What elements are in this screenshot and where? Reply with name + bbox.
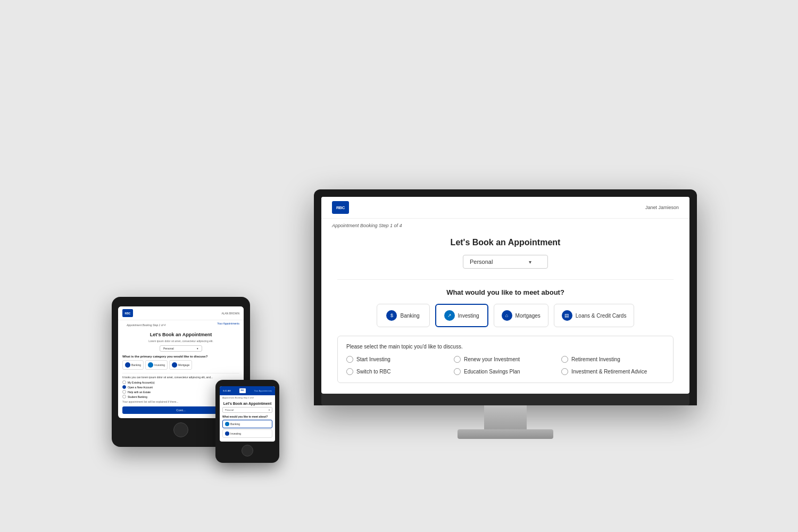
tablet-category-row: Banking Investing Mortgage bbox=[122, 360, 239, 370]
subtopic-instruction: Please select the main topic you'd like … bbox=[346, 344, 664, 350]
tablet-mortgage-icon bbox=[172, 362, 177, 368]
subtopic-renew-investment[interactable]: Renew your Investment bbox=[454, 356, 557, 363]
tablet-investing-icon bbox=[148, 362, 153, 368]
monitor-stand-neck bbox=[484, 405, 527, 429]
phone-banking-icon bbox=[225, 422, 229, 426]
radio-switch-rbc[interactable] bbox=[346, 368, 353, 375]
phone-investing-icon bbox=[225, 431, 229, 436]
tablet-category-investing[interactable]: Investing bbox=[145, 360, 168, 370]
tablet-section-question: What is the primary category you would l… bbox=[122, 355, 239, 358]
phone-header: 9:41 AM RBC Your Appointments bbox=[220, 386, 275, 395]
tablet-appointments-link[interactable]: Your Appointments bbox=[217, 322, 239, 328]
dropdown-arrow-icon: ▾ bbox=[529, 259, 531, 265]
banking-icon: $ bbox=[386, 310, 397, 321]
tablet-nav-bar: Appointment Booking Step 1 of 4 Your App… bbox=[118, 320, 244, 330]
phone-frame: 9:41 AM RBC Your Appointments Appointmen… bbox=[215, 380, 279, 463]
loans-icon: ▤ bbox=[562, 310, 572, 321]
phone: 9:41 AM RBC Your Appointments Appointmen… bbox=[215, 380, 279, 463]
subtopic-switch-rbc[interactable]: Switch to RBC bbox=[346, 368, 450, 375]
tablet-home-button[interactable] bbox=[173, 422, 188, 437]
dropdown-container: Personal ▾ bbox=[337, 255, 674, 269]
phone-breadcrumb: Appointment Booking Step 1 of 4 bbox=[220, 395, 275, 400]
phone-dropdown[interactable]: Personal ▾ bbox=[222, 407, 272, 413]
phone-status-bar: 9:41 AM bbox=[223, 389, 231, 392]
tablet-radio-new-account[interactable] bbox=[122, 385, 126, 389]
desktop-page-title: Let's Book an Appointment bbox=[337, 238, 674, 247]
tablet-radio-existing[interactable] bbox=[122, 380, 126, 384]
divider bbox=[337, 279, 674, 280]
monitor-frame: RBC Janet Jamieson Appointment Booking S… bbox=[314, 189, 697, 405]
personal-dropdown[interactable]: Personal ▾ bbox=[463, 255, 548, 269]
phone-appointments-link[interactable]: Your Appointments bbox=[254, 389, 272, 392]
phone-rbc-logo: RBC bbox=[239, 388, 246, 393]
tablet-category-banking[interactable]: Banking bbox=[122, 360, 144, 370]
monitor-screen: RBC Janet Jamieson Appointment Booking S… bbox=[321, 197, 689, 394]
radio-renew-investment[interactable] bbox=[454, 356, 461, 363]
tablet-header: RBC ALAN BROWN bbox=[118, 306, 244, 320]
investing-icon: ↗ bbox=[444, 310, 455, 321]
tablet-radio-student[interactable] bbox=[122, 395, 126, 398]
radio-investment-retirement-advice[interactable] bbox=[561, 368, 568, 375]
phone-section-question: What would you like to meet about? bbox=[222, 415, 272, 418]
monitor-chin bbox=[321, 394, 689, 405]
subtopic-education-savings[interactable]: Education Savings Plan bbox=[454, 368, 557, 375]
radio-education-savings[interactable] bbox=[454, 368, 461, 375]
subtopic-investment-retirement-advice[interactable]: Investment & Retirement Advice bbox=[561, 368, 664, 375]
subtopic-retirement-investing[interactable]: Retirement Investing bbox=[561, 356, 664, 363]
tablet-subtopic-instruction: It looks you can lorem ipsum dolor sit a… bbox=[122, 376, 239, 379]
category-mortgages[interactable]: ⌂ Mortgages bbox=[494, 304, 548, 327]
radio-retirement-investing[interactable] bbox=[561, 356, 568, 363]
tablet-banking-icon bbox=[125, 362, 130, 368]
subtopic-box: Please select the main topic you'd like … bbox=[337, 336, 674, 383]
tablet-divider bbox=[122, 373, 239, 373]
phone-category-banking[interactable]: Banking bbox=[222, 420, 272, 428]
desktop-main: Let's Book an Appointment Personal ▾ Wha… bbox=[321, 232, 689, 394]
category-investing[interactable]: ↗ Investing bbox=[435, 304, 488, 327]
tablet-category-mortgage[interactable]: Mortgage bbox=[169, 360, 192, 370]
category-banking[interactable]: $ Banking bbox=[377, 304, 430, 327]
scene: RBC Janet Jamieson Appointment Booking S… bbox=[80, 40, 718, 492]
monitor: RBC Janet Jamieson Appointment Booking S… bbox=[314, 189, 697, 439]
desktop-user-name: Janet Jamieson bbox=[645, 205, 679, 210]
tablet-rbc-logo: RBC bbox=[122, 309, 133, 317]
tablet-page-title: Let's Book an Appointment bbox=[122, 332, 239, 337]
monitor-stand-base bbox=[458, 429, 553, 439]
tablet-user-name: ALAN BROWN bbox=[221, 312, 239, 315]
category-buttons: $ Banking ↗ Investing ⌂ Mortgages ▤ bbox=[337, 304, 674, 327]
phone-main: Let's Book an Appointment Personal ▾ Wha… bbox=[220, 400, 275, 442]
tablet-radio-estate[interactable] bbox=[122, 390, 126, 394]
desktop-section-question: What would you like to meet about? bbox=[337, 288, 674, 296]
rbc-logo-desktop: RBC bbox=[332, 201, 349, 214]
tablet-breadcrumb: Appointment Booking Step 1 of 4 bbox=[122, 322, 170, 328]
radio-start-investing[interactable] bbox=[346, 356, 353, 363]
phone-home-button[interactable] bbox=[242, 445, 253, 456]
phone-screen: 9:41 AM RBC Your Appointments Appointmen… bbox=[220, 386, 275, 442]
tablet-subtitle: Lorem ipsum dolor sit amet, consectetur … bbox=[122, 339, 239, 343]
desktop-breadcrumb: Appointment Booking Step 1 of 4 bbox=[321, 219, 689, 232]
category-loans[interactable]: ▤ Loans & Credit Cards bbox=[554, 304, 635, 327]
phone-category-investing[interactable]: Investing bbox=[222, 429, 272, 438]
subtopic-grid: Start Investing Renew your Investment Re… bbox=[346, 356, 664, 375]
mortgages-icon: ⌂ bbox=[502, 310, 512, 321]
tablet-dropdown[interactable]: Personal ▾ bbox=[160, 345, 202, 352]
phone-page-title: Let's Book an Appointment bbox=[222, 402, 272, 406]
app-header: RBC Janet Jamieson bbox=[321, 197, 689, 219]
subtopic-start-investing[interactable]: Start Investing bbox=[346, 356, 450, 363]
